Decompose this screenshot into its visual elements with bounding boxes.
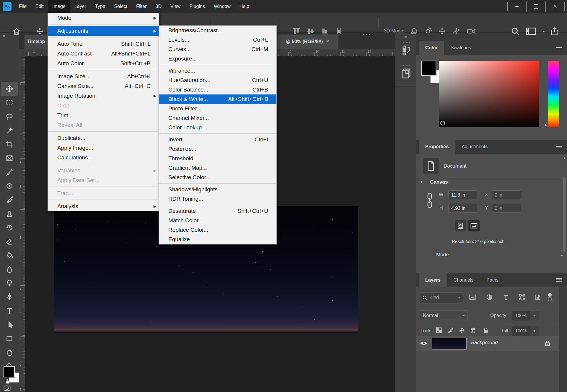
- type-layers-filter-icon[interactable]: [503, 294, 509, 302]
- layer-visibility-eye-icon[interactable]: [420, 340, 428, 346]
- tab-close-icon[interactable]: ×: [326, 38, 330, 45]
- adjustments-menu-item-color-lookup[interactable]: Color Lookup...: [159, 123, 276, 132]
- tool-blur[interactable]: [0, 262, 19, 276]
- quick-mask-icon[interactable]: [4, 386, 11, 392]
- tool-path-selection[interactable]: [0, 318, 19, 331]
- workspace-dropdown-icon[interactable]: ▾: [543, 29, 545, 34]
- opacity-dropdown-icon[interactable]: ▾: [530, 310, 539, 321]
- tool-eyedropper[interactable]: [0, 165, 19, 179]
- close-button[interactable]: ×: [545, 1, 564, 12]
- align-top-edges-icon[interactable]: [293, 27, 300, 35]
- adjustments-menu-item-posterize[interactable]: Posterize...: [159, 144, 276, 154]
- tool-clone-stamp[interactable]: [0, 207, 19, 220]
- adjustments-menu-item-desaturate[interactable]: DesaturateShift+Ctrl+U: [159, 206, 276, 216]
- width-field[interactable]: 11.8 in: [448, 190, 478, 199]
- adjustments-menu-item-color-balance[interactable]: Color Balance...Ctrl+B: [159, 85, 276, 94]
- height-field[interactable]: 4.93 in: [448, 204, 478, 213]
- image-menu-item-duplicate[interactable]: Duplicate...: [48, 133, 159, 143]
- scroll-up-icon[interactable]: ▴: [564, 156, 565, 159]
- tool-dodge[interactable]: [0, 276, 19, 290]
- layers-scroll-gutter[interactable]: [559, 287, 567, 392]
- menubar-item-file[interactable]: File: [14, 0, 31, 13]
- adjustments-menu-item-match-color[interactable]: Match Color...: [159, 216, 276, 225]
- tab-channels[interactable]: Channels: [447, 273, 480, 287]
- menubar-item-help[interactable]: Help: [235, 0, 254, 13]
- camera-3d-icon[interactable]: [467, 27, 476, 35]
- adjustment-layers-filter-icon[interactable]: [486, 294, 493, 302]
- layers-panel-menu-icon[interactable]: [556, 278, 562, 282]
- adjustments-menu-item-exposure[interactable]: Exposure...: [159, 54, 276, 63]
- menubar-item-layer[interactable]: Layer: [70, 0, 91, 13]
- adjustments-menu-item-replace-color[interactable]: Replace Color...: [159, 225, 276, 235]
- tab-color[interactable]: Color: [419, 41, 444, 55]
- image-menu-item-calculations[interactable]: Calculations...: [48, 153, 159, 162]
- filter-kind-dropdown-icon[interactable]: ▾: [458, 295, 460, 300]
- adjustments-menu-item-hue-saturation[interactable]: Hue/Saturation...Ctrl+U: [159, 76, 276, 85]
- opacity-field[interactable]: 100%: [512, 310, 530, 321]
- menubar-item-filter[interactable]: Filter: [132, 0, 151, 13]
- color-picker-ring[interactable]: [440, 121, 445, 125]
- adjustments-menu-item-vibrance[interactable]: Vibrance...: [159, 66, 276, 76]
- lock-artboard-icon[interactable]: [470, 327, 476, 334]
- tool-type[interactable]: [0, 304, 19, 318]
- landscape-orientation-button[interactable]: [468, 220, 480, 231]
- lock-all-icon[interactable]: [483, 327, 488, 334]
- menubar-item-edit[interactable]: Edit: [31, 0, 48, 13]
- adjustments-menu-item-shadows-highlights[interactable]: Shadows/Highlights...: [159, 185, 276, 194]
- tool-brush[interactable]: [0, 193, 19, 207]
- menubar-item-window[interactable]: Window: [209, 0, 235, 13]
- collapsed-panel-libraries[interactable]: [395, 63, 416, 86]
- tab-adjustments[interactable]: Adjustments: [455, 140, 494, 154]
- fill-field[interactable]: 100%: [512, 326, 530, 336]
- canvas-section-chevron-icon[interactable]: ▾: [421, 180, 423, 184]
- minimize-button[interactable]: [508, 1, 526, 12]
- tool-pen[interactable]: [0, 290, 19, 304]
- tab-properties[interactable]: Properties: [419, 140, 455, 154]
- roll-3d-icon[interactable]: [424, 27, 432, 35]
- tab-layers[interactable]: Layers: [419, 273, 447, 287]
- menubar-item-plugins[interactable]: Plugins: [185, 0, 209, 13]
- adjustments-menu-item-selective-color[interactable]: Selective Color...: [159, 173, 276, 182]
- x-field[interactable]: 0 in: [492, 190, 521, 199]
- workspace-switcher-icon[interactable]: [526, 27, 536, 35]
- image-menu-item-image-size[interactable]: Image Size...Alt+Ctrl+I: [48, 71, 159, 81]
- saturation-brightness-field[interactable]: [439, 61, 539, 127]
- hue-slider[interactable]: [548, 61, 559, 127]
- filter-toggle[interactable]: [547, 293, 553, 303]
- lock-image-pixels-icon[interactable]: [447, 327, 453, 334]
- image-menu-item-adjustments[interactable]: Adjustments▶: [48, 26, 159, 36]
- layer-filter-search[interactable]: Kind ▾: [420, 292, 463, 303]
- share-icon[interactable]: [550, 27, 559, 36]
- drag-3d-icon[interactable]: [438, 27, 446, 35]
- move-tool-options-icon[interactable]: [36, 28, 43, 35]
- hue-slider-marker[interactable]: [545, 124, 547, 127]
- adjustments-menu-item-channel-mixer[interactable]: Channel Mixer...: [159, 113, 276, 123]
- shape-layers-filter-icon[interactable]: [519, 294, 525, 302]
- image-menu-item-analysis[interactable]: Analysis▶: [48, 201, 159, 211]
- tool-frame[interactable]: [0, 151, 19, 165]
- menubar-item-view[interactable]: View: [166, 0, 185, 13]
- adjustments-menu-item-brightness-contrast[interactable]: Brightness/Contrast...: [159, 26, 276, 35]
- orbit-3d-icon[interactable]: [410, 27, 418, 35]
- menubar-item-image[interactable]: Image: [48, 0, 70, 13]
- image-menu-item-image-rotation[interactable]: Image Rotation▶: [48, 91, 159, 101]
- tool-rectangular-marquee[interactable]: [0, 96, 19, 110]
- layer-row-background[interactable]: Background: [416, 336, 559, 351]
- collapsed-panel-actions[interactable]: [395, 40, 416, 63]
- slide-3d-icon[interactable]: [452, 27, 460, 35]
- image-menu-item-mode[interactable]: Mode▶: [48, 13, 159, 23]
- adjustments-menu-item-equalize[interactable]: Equalize: [159, 235, 276, 244]
- tool-object-selection[interactable]: [0, 123, 19, 137]
- tab-paths[interactable]: Paths: [480, 273, 505, 287]
- tool-move[interactable]: [1, 82, 18, 96]
- toolbar-expand-icon[interactable]: »: [3, 33, 5, 38]
- tool-lasso[interactable]: [0, 110, 19, 123]
- align-vertical-centers-icon[interactable]: [307, 27, 315, 35]
- lock-position-icon[interactable]: [459, 327, 465, 334]
- color-panel-menu-icon[interactable]: [556, 46, 562, 50]
- tool-rectangle[interactable]: [0, 331, 19, 345]
- home-icon[interactable]: [12, 27, 21, 35]
- blend-mode-dropdown[interactable]: Normal ▾: [420, 310, 467, 321]
- distribute-vertical-icon[interactable]: [335, 27, 343, 35]
- tool-eraser[interactable]: [0, 234, 19, 248]
